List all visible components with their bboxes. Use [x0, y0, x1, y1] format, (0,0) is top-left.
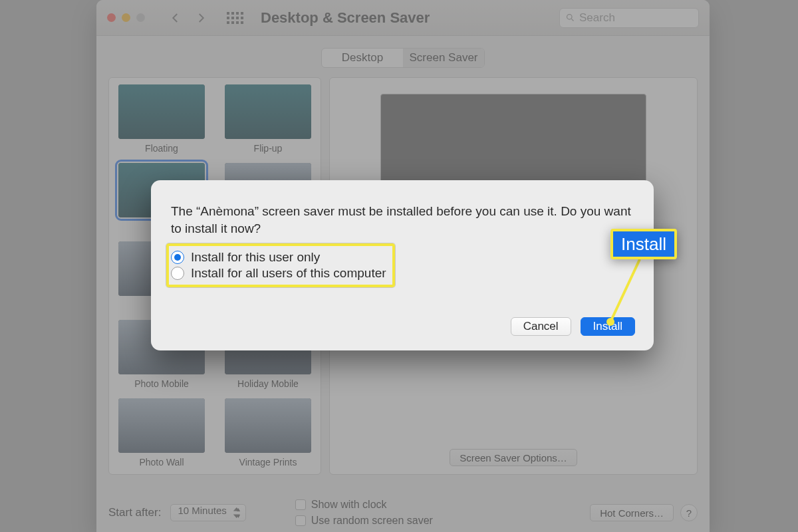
nav-buttons	[166, 9, 210, 27]
svg-point-0	[567, 15, 573, 20]
list-item[interactable]: Floating	[114, 84, 209, 154]
radio-icon	[171, 267, 184, 280]
close-window-button[interactable]	[107, 13, 116, 22]
tab-screen-saver[interactable]: Screen Saver	[403, 49, 484, 67]
tab-segmented-control: Desktop Screen Saver	[321, 48, 485, 68]
tab-desktop[interactable]: Desktop	[322, 49, 403, 67]
use-random-checkbox[interactable]	[295, 515, 306, 526]
list-item[interactable]: Flip-up	[221, 84, 315, 154]
back-button[interactable]	[166, 9, 185, 27]
cancel-button[interactable]: Cancel	[511, 317, 571, 336]
minimize-window-button[interactable]	[122, 13, 130, 22]
show-all-icon[interactable]	[226, 9, 243, 27]
radio-icon	[171, 251, 184, 264]
show-with-clock-checkbox[interactable]	[295, 499, 306, 510]
hot-corners-button[interactable]: Hot Corners…	[590, 504, 674, 521]
search-placeholder: Search	[579, 11, 615, 25]
install-dialog: The “Anèmona” screen saver must be insta…	[151, 180, 654, 350]
svg-line-1	[571, 19, 573, 21]
list-item[interactable]: Photo Wall	[114, 398, 209, 467]
footer: Start after: 10 Minutes ▴▾ Show with clo…	[108, 499, 698, 527]
titlebar: Desktop & Screen Saver Search	[96, 0, 710, 36]
search-icon	[565, 13, 575, 23]
radio-all-users[interactable]: Install for all users of this computer	[171, 266, 634, 281]
screensaver-options-button[interactable]: Screen Saver Options…	[450, 449, 577, 466]
radio-this-user[interactable]: Install for this user only	[171, 250, 634, 265]
forward-button[interactable]	[192, 9, 210, 27]
list-item[interactable]: Vintage Prints	[221, 398, 315, 467]
window-controls	[107, 13, 145, 22]
help-button[interactable]: ?	[680, 504, 698, 521]
search-input[interactable]: Search	[559, 8, 699, 28]
annotation-callout: Install	[610, 229, 677, 259]
zoom-window-button[interactable]	[136, 13, 145, 22]
dialog-message: The “Anèmona” screen saver must be insta…	[171, 203, 634, 237]
install-button[interactable]: Install	[581, 317, 635, 336]
install-scope-radio-group: Install for this user only Install for a…	[171, 250, 634, 281]
start-after-label: Start after:	[108, 506, 161, 519]
start-after-popup[interactable]: 10 Minutes ▴▾	[170, 504, 245, 521]
window-title: Desktop & Screen Saver	[261, 9, 430, 27]
